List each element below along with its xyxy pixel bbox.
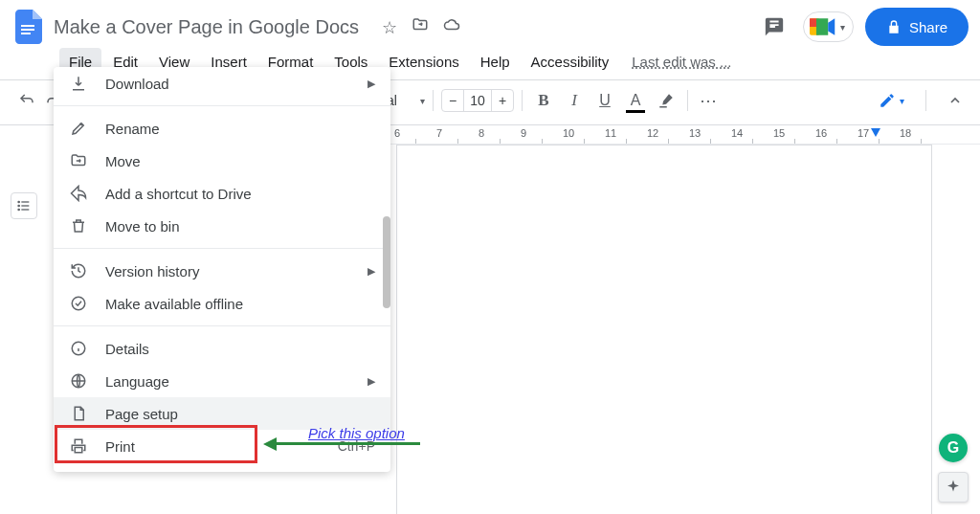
header-right-actions: ▾ Share [757,8,969,46]
cloud-saved-icon[interactable] [442,16,461,34]
globe-icon [69,371,88,391]
meet-button[interactable]: ▾ [803,11,854,42]
annotation-arrow-head-icon [263,437,277,451]
svg-rect-4 [816,18,828,35]
history-icon [69,261,88,280]
last-edit-link[interactable]: Last edit was ... [632,54,731,70]
font-family-select[interactable]: al [387,93,425,108]
star-icon[interactable]: ☆ [382,17,397,38]
offline-icon [69,294,88,313]
shortcut-icon [69,184,88,203]
annotation-text: Pick this option [308,425,405,441]
title-area: Make a Cover Page in Google Docs ☆ [54,16,461,38]
docs-logo[interactable] [11,10,46,44]
file-menu-rename[interactable]: Rename [54,112,390,145]
explore-button[interactable] [938,472,969,503]
submenu-arrow-icon: ▶ [368,265,375,278]
font-size-decrease[interactable]: − [442,93,463,108]
download-icon [69,74,88,93]
rename-icon [69,119,88,138]
undo-icon[interactable] [13,87,40,114]
header-bar: Make a Cover Page in Google Docs ☆ ▾ Sha… [0,0,980,50]
underline-icon[interactable]: U [591,87,618,114]
chevron-down-icon: ▾ [900,96,904,106]
file-menu-download[interactable]: Download ▶ [54,67,390,100]
italic-icon[interactable]: I [561,87,588,114]
svg-rect-1 [21,29,34,31]
document-outline-button[interactable] [11,192,37,219]
dropdown-scrollbar[interactable] [383,216,390,308]
svg-point-10 [18,205,19,206]
file-menu-version-history[interactable]: Version history ▶ [54,255,390,287]
file-menu-language[interactable]: Language ▶ [54,365,390,397]
file-menu-shortcut[interactable]: Add a shortcut to Drive [54,177,390,210]
document-title[interactable]: Make a Cover Page in Google Docs [54,16,359,38]
svg-point-9 [18,201,19,202]
left-rail [0,145,48,514]
menu-accessibility[interactable]: Accessibility [522,48,619,76]
svg-point-12 [72,297,85,310]
svg-point-11 [18,209,19,210]
info-icon [69,339,88,358]
comment-history-icon[interactable] [757,10,791,44]
bottom-right-floating: G [938,434,969,503]
move-folder-icon[interactable] [412,16,429,34]
font-size-control: − 10 + [441,89,514,112]
annotation-arrow-shaft [277,442,420,445]
svg-rect-2 [21,33,31,34]
bold-icon[interactable]: B [530,87,557,114]
file-menu-details[interactable]: Details [54,332,390,365]
submenu-arrow-icon: ▶ [368,78,375,90]
page-setup-icon [69,404,88,423]
submenu-arrow-icon: ▶ [368,375,375,388]
print-icon [69,436,88,456]
trash-icon [69,216,88,235]
svg-rect-0 [21,25,34,27]
file-menu-move-to-bin[interactable]: Move to bin [54,210,390,242]
svg-rect-5 [810,18,816,27]
toolbar-more-icon[interactable]: ⋯ [696,87,723,114]
document-page[interactable] [396,145,932,514]
highlight-color-icon[interactable] [653,87,679,114]
move-icon [69,151,88,170]
file-menu-move[interactable]: Move [54,145,390,177]
font-size-value[interactable]: 10 [463,90,492,111]
ruler-right-indent-marker[interactable] [870,127,881,139]
share-button-label: Share [909,19,947,35]
grammarly-icon[interactable]: G [939,434,968,462]
font-size-increase[interactable]: + [492,93,513,108]
text-color-icon[interactable]: A [622,87,649,114]
menu-extensions[interactable]: Extensions [379,48,468,76]
file-menu-dropdown: Download ▶ Rename Move Add a shortcut to… [54,67,390,472]
file-menu-offline[interactable]: Make available offline [54,287,390,320]
menu-help[interactable]: Help [471,48,520,76]
editing-mode-button[interactable]: ▾ [873,88,910,113]
collapse-toolbar-icon[interactable] [942,87,969,114]
share-button[interactable]: Share [865,8,969,46]
